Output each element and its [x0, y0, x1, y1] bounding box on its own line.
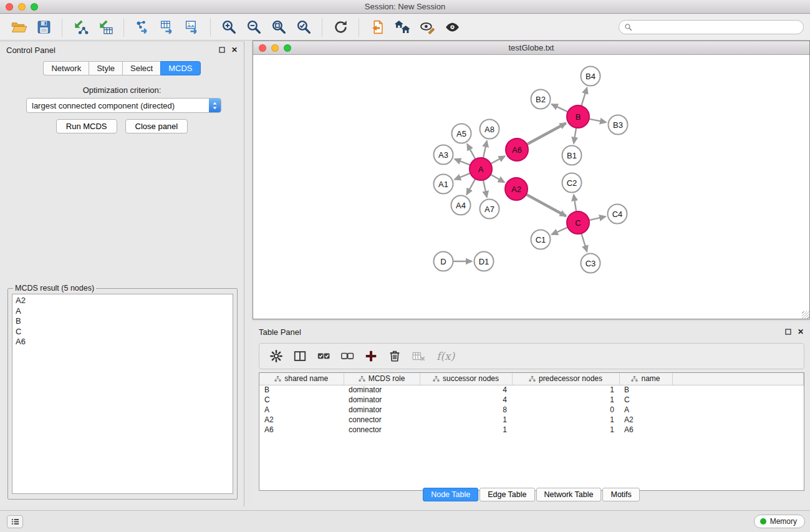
table-row[interactable]: Bdominator41B [259, 385, 804, 395]
task-history-button[interactable] [7, 515, 23, 528]
edge-B-B4[interactable] [581, 88, 587, 106]
table-row[interactable]: A2connector11A2 [259, 415, 804, 425]
cell-name[interactable]: B [619, 385, 672, 395]
float-panel-icon[interactable] [219, 47, 225, 53]
column-header-shared-name[interactable]: shared name [259, 373, 344, 385]
edge-C-C2[interactable] [574, 195, 576, 211]
eye-button[interactable] [441, 17, 463, 38]
delete-row-button[interactable] [385, 347, 404, 365]
export-table-button[interactable] [157, 17, 178, 38]
resize-grip[interactable] [802, 311, 809, 319]
cell-successor-nodes[interactable]: 4 [420, 395, 512, 405]
column-header-mcds-role[interactable]: MCDS role [344, 373, 420, 385]
cell-shared-name[interactable]: A [259, 405, 344, 415]
network-close-button[interactable] [259, 44, 266, 52]
edge-B-B2[interactable] [552, 104, 568, 112]
cell-shared-name[interactable]: A2 [259, 415, 344, 425]
column-header-name[interactable]: name [619, 373, 672, 385]
search-box[interactable] [619, 20, 804, 34]
search-input[interactable] [635, 22, 798, 32]
edge-A-A3[interactable] [455, 159, 470, 165]
zoom-selected-button[interactable] [293, 17, 314, 38]
cell-name[interactable]: C [619, 395, 672, 405]
edge-A-A5[interactable] [467, 144, 475, 159]
node-B4[interactable]: B4 [581, 67, 600, 86]
node-C4[interactable]: C4 [608, 205, 627, 224]
edge-A-A4[interactable] [466, 179, 475, 195]
network-maximize-button[interactable] [284, 44, 291, 52]
close-window-button[interactable] [6, 3, 13, 11]
node-B2[interactable]: B2 [531, 90, 551, 109]
cell-successor-nodes[interactable]: 1 [420, 425, 512, 435]
node-A5[interactable]: A5 [452, 124, 471, 143]
cell-mcds-role[interactable]: dominator [344, 405, 420, 415]
edge-B-B1[interactable] [574, 128, 576, 143]
cell-shared-name[interactable]: C [259, 395, 344, 405]
cell-mcds-role[interactable]: connector [344, 415, 420, 425]
tab-style[interactable]: Style [89, 61, 122, 75]
edge-A-A8[interactable] [483, 141, 487, 158]
cell-name[interactable]: A2 [619, 415, 672, 425]
tab-motifs[interactable]: Motifs [602, 488, 639, 501]
mcds-result-item[interactable]: A2 [16, 296, 229, 306]
maximize-window-button[interactable] [31, 3, 38, 11]
edge-C-C3[interactable] [581, 233, 587, 251]
node-B[interactable]: B [567, 105, 589, 128]
zoom-out-button[interactable] [243, 17, 264, 38]
cell-predecessor-nodes[interactable]: 1 [512, 415, 619, 425]
zoom-in-button[interactable] [218, 17, 239, 38]
close-panel-icon[interactable]: ✕ [231, 46, 238, 54]
node-D[interactable]: D [434, 252, 453, 271]
table-row[interactable]: A6connector11A6 [259, 425, 804, 435]
edge-C-C1[interactable] [552, 227, 568, 235]
node-D1[interactable]: D1 [475, 252, 494, 271]
node-A2[interactable]: A2 [505, 178, 528, 200]
mcds-result-item[interactable]: B [16, 316, 229, 327]
cell-name[interactable]: A6 [619, 425, 672, 435]
cell-predecessor-nodes[interactable]: 1 [512, 395, 619, 405]
cell-successor-nodes[interactable]: 4 [420, 385, 512, 395]
minimize-window-button[interactable] [18, 3, 26, 11]
edge-B-B3[interactable] [589, 119, 606, 123]
node-A3[interactable]: A3 [434, 145, 453, 165]
cell-predecessor-nodes[interactable]: 1 [512, 385, 619, 395]
cell-predecessor-nodes[interactable]: 0 [512, 405, 619, 415]
cell-predecessor-nodes[interactable]: 1 [512, 425, 619, 435]
node-A1[interactable]: A1 [434, 175, 453, 194]
cell-name[interactable]: A [619, 405, 672, 415]
zoom-fit-button[interactable] [268, 17, 289, 38]
edge-A-A6[interactable] [491, 156, 505, 163]
edge-A2-C[interactable] [526, 195, 566, 216]
edge-A-A7[interactable] [483, 180, 487, 197]
tab-network[interactable]: Network [43, 61, 89, 75]
node-A6[interactable]: A6 [506, 138, 528, 161]
node-C2[interactable]: C2 [562, 173, 582, 193]
node-A4[interactable]: A4 [451, 196, 471, 215]
close-table-panel-icon[interactable]: ✕ [798, 327, 804, 336]
hide-table-button[interactable] [409, 347, 428, 365]
gear-button[interactable] [267, 347, 286, 365]
criterion-dropdown[interactable]: largest connected component (directed) [26, 98, 221, 113]
network-window-titlebar[interactable]: testGlobe.txt [253, 41, 809, 55]
column-header-predecessor-nodes[interactable]: predecessor nodes [512, 373, 619, 385]
node-A[interactable]: A [470, 158, 492, 180]
select-all-button[interactable] [314, 347, 333, 365]
columns-button[interactable] [291, 347, 309, 365]
node-A7[interactable]: A7 [480, 200, 499, 219]
export-network-button[interactable] [132, 17, 153, 38]
network-canvas[interactable]: B4B2BB3A5A8A6B1A3AC2A1A2A4A7C4CC1C3DD1 [253, 56, 809, 319]
run-mcds-button[interactable]: Run MCDS [56, 119, 117, 133]
column-header-successor-nodes[interactable]: successor nodes [420, 373, 512, 385]
clear-selection-button[interactable] [338, 347, 357, 365]
open-folder-button[interactable] [8, 17, 29, 38]
export-image-button[interactable] [181, 17, 203, 38]
float-table-panel-icon[interactable] [785, 329, 791, 335]
save-button[interactable] [33, 17, 54, 38]
cell-shared-name[interactable]: A6 [259, 425, 344, 435]
node-C3[interactable]: C3 [581, 254, 600, 273]
refresh-button[interactable] [330, 17, 351, 38]
node-C[interactable]: C [567, 211, 589, 234]
cell-mcds-role[interactable]: dominator [344, 395, 420, 405]
node-A8[interactable]: A8 [480, 120, 499, 139]
tab-select[interactable]: Select [122, 61, 160, 75]
